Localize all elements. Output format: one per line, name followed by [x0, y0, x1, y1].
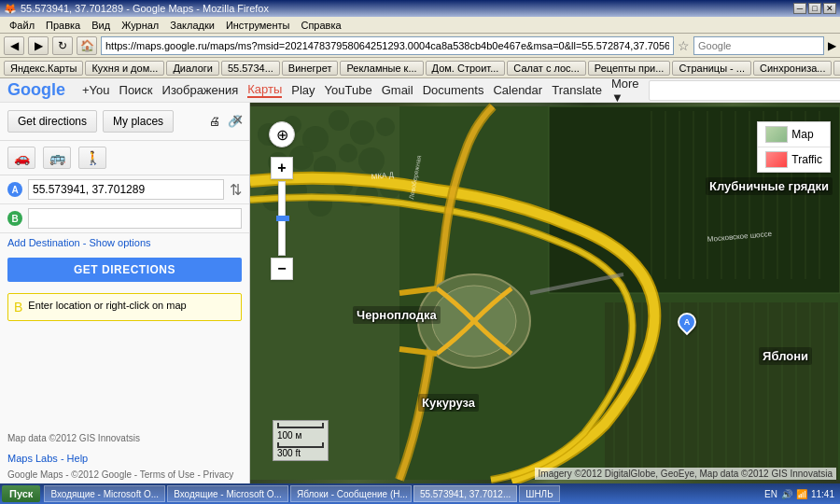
bookmark-kitchen[interactable]: Кухня и дом... [85, 61, 164, 76]
compass-button[interactable]: ⊕ [269, 121, 295, 147]
map-type-switcher: Map Traffic [757, 121, 831, 173]
nav-documents[interactable]: Documents [423, 83, 484, 97]
google-logo: Google [7, 80, 65, 100]
privacy-link[interactable]: Privacy [203, 469, 234, 480]
window-title: 55.573941, 37.701289 - Google Maps - Moz… [21, 3, 269, 14]
back-button[interactable]: ◀ [4, 36, 24, 55]
sidebar-header: Get directions My places 🖨 🔗 [0, 103, 249, 141]
nav-you[interactable]: +You [82, 83, 110, 97]
nav-gmail[interactable]: Gmail [382, 83, 413, 97]
bookmark-dialogi[interactable]: Диалоги [166, 61, 219, 76]
get-directions-submit-button[interactable]: GET DIRECTIONS [7, 258, 242, 282]
forward-button[interactable]: ▶ [28, 36, 49, 55]
sidebar-footer-bottom: Google Maps - ©2012 Google - Terms of Us… [0, 468, 249, 483]
add-destination-link[interactable]: Add Destination [7, 237, 80, 248]
svg-rect-19 [605, 302, 838, 480]
menu-help[interactable]: Справка [295, 20, 346, 31]
reload-button[interactable]: ↻ [52, 36, 73, 55]
bookmark-salat[interactable]: Салат с лос... [507, 61, 585, 76]
print-icon[interactable]: 🖨 [209, 115, 220, 128]
bookmark-yandex-maps[interactable]: Яндекс.Карты [4, 61, 83, 76]
help-link[interactable]: Help [67, 453, 89, 464]
scale-bar: 100 м 300 ft [273, 420, 329, 461]
map-type-map-button[interactable]: Map [758, 122, 830, 147]
menu-file[interactable]: Файл [4, 20, 40, 31]
taskbar-item-3[interactable]: 55.573941, 37.7012... [413, 485, 517, 502]
taskbar-item-2[interactable]: Яблоки - Сообщение (H... [290, 485, 412, 502]
bookmark-vinegret[interactable]: Винегрет [282, 61, 339, 76]
origin-input[interactable] [28, 179, 224, 200]
nav-search[interactable]: Поиск [119, 83, 153, 97]
url-input[interactable] [101, 36, 674, 55]
nav-play[interactable]: Play [291, 83, 315, 97]
tray-lang: EN [764, 489, 777, 499]
home-button[interactable]: 🏠 [77, 36, 97, 55]
restore-button[interactable]: □ [808, 3, 821, 14]
taskbar: Пуск Входящие - Microsoft O... Входящие … [0, 483, 840, 504]
bookmark-pages[interactable]: Страницы - ... [672, 61, 751, 76]
transit-transport-button[interactable]: 🚌 [43, 147, 71, 169]
svg-point-41 [350, 120, 374, 145]
zoom-out-button[interactable]: − [271, 258, 293, 280]
close-button[interactable]: ✕ [823, 3, 836, 14]
map-type-traffic-button[interactable]: Traffic [758, 147, 830, 172]
nav-more[interactable]: More ▼ [611, 78, 639, 105]
maps-page: Google +You Поиск Изображения Карты Play… [0, 78, 840, 483]
svg-point-42 [376, 118, 395, 136]
get-directions-button[interactable]: Get directions [7, 110, 97, 133]
menu-bar: Файл Правка Вид Журнал Закладки Инструме… [0, 17, 840, 34]
destination-marker: B [7, 211, 22, 226]
bookmark-adf[interactable]: Помощь AdF... [833, 61, 840, 76]
taskbar-item-0[interactable]: Входящие - Microsoft O... [44, 485, 165, 502]
terms-link[interactable]: Terms of Use [140, 469, 195, 480]
bookmark-sync[interactable]: Синхрониза... [753, 61, 832, 76]
minimize-button[interactable]: ─ [793, 3, 806, 14]
taskbar-item-1[interactable]: Входящие - Microsoft O... [167, 485, 288, 502]
bookmark-reklam[interactable]: Рекламные к... [340, 61, 423, 76]
close-sidebar-button[interactable]: ✕ [231, 111, 244, 129]
bookmark-dom[interactable]: Дом. Строит... [426, 61, 506, 76]
menu-view[interactable]: Вид [86, 20, 116, 31]
swap-directions-button[interactable]: ⇅ [230, 181, 242, 199]
nav-translate[interactable]: Translate [552, 83, 602, 97]
browser-search-input[interactable] [693, 36, 824, 55]
maps-labs-link[interactable]: Maps Labs [7, 453, 58, 464]
destination-input[interactable] [28, 208, 242, 229]
zoom-slider[interactable] [278, 181, 286, 256]
show-options-link[interactable]: Show options [89, 237, 150, 248]
bookmark-recipes[interactable]: Рецепты при... [588, 61, 671, 76]
address-bar: ◀ ▶ ↻ 🏠 ☆ ▶ [0, 34, 840, 58]
search-go-icon[interactable]: ▶ [828, 39, 836, 52]
map-data-attribution: Map data ©2012 GIS Innovatsis [0, 427, 249, 449]
nav-images[interactable]: Изображения [162, 83, 239, 97]
start-button[interactable]: Пуск [2, 485, 40, 502]
walk-transport-button[interactable]: 🚶 [78, 147, 106, 169]
transport-options: 🚗 🚌 🚶 [0, 141, 249, 175]
car-transport-button[interactable]: 🚗 [7, 147, 35, 169]
zoom-slider-thumb[interactable] [276, 216, 289, 221]
browser-icon: 🦊 [4, 3, 17, 15]
bookmark-star-icon[interactable]: ☆ [678, 38, 690, 53]
nav-youtube[interactable]: YouTube [325, 83, 372, 97]
sidebar-footer: Maps Labs - Help [0, 449, 249, 468]
map-canvas[interactable]: МКА Д Левобережная Московское шоссе ⊕ + … [250, 103, 840, 483]
bookmark-coords[interactable]: 55.5734... [221, 61, 280, 76]
zoom-in-button[interactable]: + [271, 157, 293, 179]
menu-bookmarks[interactable]: Закладки [164, 20, 220, 31]
from-field: A ⇅ [0, 175, 249, 204]
menu-edit[interactable]: Правка [40, 20, 86, 31]
svg-point-47 [358, 147, 385, 174]
maps-search-input[interactable] [649, 80, 840, 101]
taskbar-item-4[interactable]: ШНЛЬ [519, 485, 560, 502]
nav-maps[interactable]: Карты [247, 82, 282, 98]
nav-calendar[interactable]: Calendar [493, 83, 542, 97]
menu-history[interactable]: Журнал [116, 20, 164, 31]
my-places-button[interactable]: My places [103, 110, 174, 133]
tray-network-icon[interactable]: 📶 [796, 489, 807, 499]
svg-point-40 [329, 110, 349, 131]
menu-tools[interactable]: Инструменты [220, 20, 296, 31]
title-bar: 🦊 55.573941, 37.701289 - Google Maps - M… [0, 0, 840, 17]
tray-volume-icon[interactable]: 🔊 [781, 489, 792, 499]
directions-sidebar: Get directions My places 🖨 🔗 ✕ 🚗 🚌 [0, 103, 250, 483]
map-overlay-svg: МКА Д Левобережная Московское шоссе [250, 103, 840, 483]
